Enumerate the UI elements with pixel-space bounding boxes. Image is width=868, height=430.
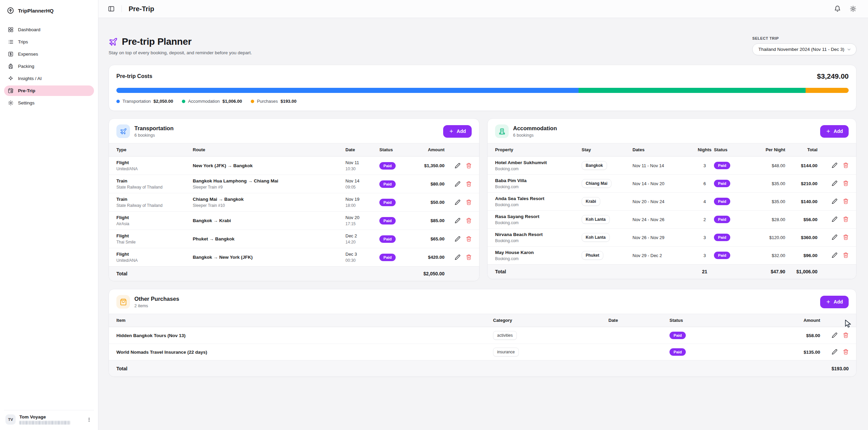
- nights: 2: [695, 217, 714, 222]
- nights: 3: [695, 235, 714, 240]
- per-night: $32.00: [750, 253, 785, 258]
- user-meta: Tom Voyage: [19, 414, 81, 425]
- status-badge: Paid: [379, 199, 396, 206]
- delete-button[interactable]: [466, 199, 472, 206]
- trip-select-wrap: SELECT TRIP Thailand November 2024 (Nov …: [752, 36, 856, 55]
- edit-button[interactable]: [831, 162, 837, 169]
- edit-button[interactable]: [454, 254, 460, 260]
- stay-pill: Krabi: [582, 197, 600, 206]
- transport-time: 18:00: [345, 203, 379, 208]
- add-purchase-button[interactable]: Add: [820, 296, 849, 308]
- edit-button[interactable]: [454, 218, 460, 224]
- trash-icon: [466, 218, 472, 223]
- add-transportation-button[interactable]: Add: [443, 125, 472, 138]
- add-accommodation-button[interactable]: Add: [820, 125, 849, 138]
- sidebar-item-insights[interactable]: Insights / AI: [4, 73, 94, 84]
- nights: 3: [695, 253, 714, 258]
- user-name: Tom Voyage: [19, 414, 81, 419]
- bar-segment-purchases: [806, 88, 849, 93]
- sidebar-item-expenses[interactable]: Expenses: [4, 49, 94, 59]
- transportation-row: FlightAirAsia Bangkok → Krabi Nov 2017:1…: [109, 211, 479, 230]
- status-badge: Paid: [379, 180, 396, 188]
- edit-button[interactable]: [831, 198, 837, 204]
- transport-time: 00:30: [345, 258, 379, 263]
- transport-amount: $50.00: [418, 200, 445, 205]
- delete-button[interactable]: [843, 332, 849, 338]
- user-menu-button[interactable]: [85, 416, 93, 423]
- delete-button[interactable]: [843, 180, 849, 187]
- dollar-square-icon: [8, 51, 14, 57]
- theme-toggle-button[interactable]: [850, 5, 856, 12]
- stay-total: $96.00: [785, 253, 817, 258]
- user-email-masked: [19, 421, 70, 425]
- accommodation-icon-tile: [495, 124, 509, 138]
- legend-amount: $193.00: [281, 99, 297, 104]
- sidebar-item-dashboard[interactable]: Dashboard: [4, 24, 94, 35]
- edit-button[interactable]: [831, 252, 837, 258]
- edit-button[interactable]: [831, 349, 837, 355]
- sidebar-item-pre-trip[interactable]: Pre-Trip: [4, 85, 94, 96]
- delete-button[interactable]: [843, 198, 849, 204]
- delete-button[interactable]: [843, 252, 849, 258]
- sidebar-item-label: Dashboard: [18, 27, 40, 32]
- edit-button[interactable]: [454, 199, 460, 206]
- transportation-icon-tile: [116, 124, 130, 138]
- edit-button[interactable]: [454, 163, 460, 169]
- purchases-title-block: Other Purchases 2 items: [134, 296, 179, 308]
- sidebar-item-label: Expenses: [18, 52, 38, 57]
- stay-dates: Nov 29 - Dec 2: [633, 253, 695, 258]
- bar-segment-accommodation: [579, 88, 806, 93]
- section-subtitle: 6 bookings: [134, 133, 174, 138]
- delete-button[interactable]: [466, 254, 472, 260]
- costs-header: Pre-trip Costs $3,249.00: [116, 72, 849, 80]
- sidebar-nav: Dashboard Trips Expenses Packing Insight…: [4, 24, 94, 110]
- stay-pill: Koh Lanta: [582, 215, 610, 224]
- sidebar-item-settings[interactable]: Settings: [4, 98, 94, 108]
- accommodation-header: Accommodation 6 bookings Add: [488, 119, 856, 143]
- stay-total: $144.00: [785, 163, 817, 168]
- edit-button[interactable]: [454, 236, 460, 242]
- transport-route: New York (JFK) → Bangkok: [193, 163, 345, 168]
- status-badge: Paid: [669, 332, 686, 339]
- transportation-header: Transportation 6 bookings Add: [109, 119, 479, 143]
- col-header-status: Status: [714, 147, 750, 152]
- trip-select[interactable]: Thailand November 2024 (Nov 11 - Dec 3): [752, 43, 856, 55]
- col-header-item: Item: [116, 318, 493, 323]
- delete-button[interactable]: [843, 216, 849, 222]
- hotel-building-icon: [498, 128, 506, 135]
- legend-label: Accommodation: [188, 99, 220, 104]
- sidebar-toggle-button[interactable]: [108, 5, 115, 12]
- accommodation-row: Rasa Sayang ResortBooking.com Koh Lanta …: [488, 210, 856, 228]
- accommodation-total: $1,006.00: [785, 269, 817, 274]
- nights: 6: [695, 181, 714, 186]
- costs-legend: Transportation $2,050.00 Accommodation $…: [116, 99, 849, 104]
- plane-icon: [109, 37, 118, 46]
- edit-button[interactable]: [831, 180, 837, 187]
- transportation-row: FlightUnited/ANA New York (JFK) → Bangko…: [109, 156, 479, 175]
- sidebar-item-packing[interactable]: Packing: [4, 61, 94, 72]
- content: Pre-trip Planner Stay on top of every bo…: [98, 18, 868, 430]
- col-header-date: Date: [608, 318, 669, 323]
- notifications-button[interactable]: [834, 5, 841, 12]
- sidebar-item-trips[interactable]: Trips: [4, 37, 94, 47]
- transport-amount: $80.00: [418, 181, 445, 187]
- transport-carrier: Thai Smile: [116, 240, 193, 245]
- edit-button[interactable]: [831, 234, 837, 240]
- delete-button[interactable]: [843, 234, 849, 240]
- status-badge: Paid: [379, 217, 396, 224]
- page-title-row: Pre-trip Planner: [109, 36, 252, 47]
- legend-dot: [116, 100, 120, 103]
- delete-button[interactable]: [466, 163, 472, 169]
- delete-button[interactable]: [843, 162, 849, 169]
- edit-button[interactable]: [831, 332, 837, 338]
- edit-button[interactable]: [831, 216, 837, 222]
- delete-button[interactable]: [466, 236, 472, 242]
- delete-button[interactable]: [466, 218, 472, 224]
- delete-button[interactable]: [843, 349, 849, 355]
- stay-dates: Nov 11 - Nov 14: [633, 163, 695, 168]
- transport-date: Nov 14: [345, 178, 379, 183]
- property-source: Booking.com: [495, 167, 582, 171]
- delete-button[interactable]: [466, 181, 472, 187]
- transport-carrier: State Railway of Thailand: [116, 185, 193, 190]
- edit-button[interactable]: [454, 181, 460, 187]
